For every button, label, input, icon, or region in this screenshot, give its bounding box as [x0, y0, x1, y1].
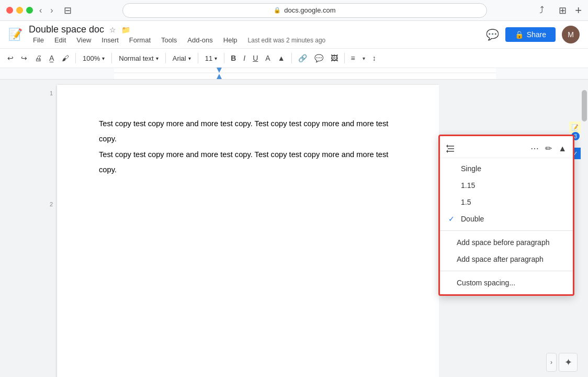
url-text: docs.google.com [284, 6, 335, 14]
back-button[interactable]: ‹ [37, 5, 44, 16]
menu-insert[interactable]: Insert [97, 35, 123, 45]
lock-icon: 🔒 [274, 7, 281, 14]
spacing-single[interactable]: Single [440, 160, 573, 177]
font-caret: ▾ [188, 56, 191, 61]
spacing-header-right: ⋯ ✏ ▲ [528, 141, 569, 156]
paragraph-1: Test copy test copy more and more test c… [99, 116, 397, 147]
menu-edit[interactable]: Edit [50, 35, 70, 45]
doc-toolbar: ↩ ↪ 🖨 A̲ 🖌 100% ▾ Normal text ▾ Arial ▾ … [0, 49, 588, 68]
menu-file[interactable]: File [29, 35, 48, 45]
spacing-edit-button[interactable]: ✏ [543, 141, 554, 156]
ruler [0, 68, 588, 80]
underline-button[interactable]: U [250, 51, 261, 65]
maximize-button[interactable] [26, 7, 33, 14]
1-15-label: 1.15 [461, 181, 475, 190]
print-button[interactable]: 🖨 [31, 51, 45, 65]
add-space-after[interactable]: Add space after paragraph [440, 251, 573, 268]
spell-check-button[interactable]: A̲ [46, 51, 58, 65]
scrollbar-thumb[interactable] [582, 90, 587, 121]
italic-button[interactable]: I [240, 51, 248, 65]
new-tab-button[interactable]: ⊞ [554, 2, 571, 19]
close-button[interactable] [6, 7, 13, 14]
spacing-more-button[interactable]: ⋯ [528, 141, 541, 156]
window-expand-button[interactable]: ⊟ [60, 2, 76, 19]
collapse-panel-button[interactable]: › [546, 353, 557, 372]
note-indicator: 📝 [569, 121, 581, 133]
separator-4 [198, 53, 198, 63]
page-number-2: 2 [50, 201, 53, 207]
image-button[interactable]: 🖼 [327, 51, 341, 65]
copy-format-button[interactable]: 🖌 [59, 51, 72, 65]
bold-button[interactable]: B [228, 51, 239, 65]
single-label: Single [461, 164, 481, 173]
doc-title[interactable]: Double space doc [29, 24, 104, 35]
menu-tools[interactable]: Tools [157, 35, 181, 45]
avatar[interactable]: M [562, 26, 580, 43]
minimize-button[interactable] [16, 7, 23, 14]
menu-help[interactable]: Help [219, 35, 242, 45]
spacing-divider-2 [440, 271, 573, 271]
explore-button[interactable]: ✦ [559, 353, 578, 372]
spacing-double[interactable]: ✓ Double [440, 210, 573, 227]
align-button[interactable]: ≡ [348, 51, 358, 65]
share-page-button[interactable]: ⤴ [533, 2, 550, 19]
style-caret: ▾ [156, 56, 159, 61]
menu-format[interactable]: Format [125, 35, 155, 45]
style-dropdown[interactable]: Normal text ▾ [115, 51, 162, 65]
doc-text: Test copy test copy more and more test c… [99, 116, 397, 178]
redo-button[interactable]: ↪ [18, 51, 30, 65]
line-spacing-button[interactable]: ↕ [369, 51, 379, 65]
zoom-caret: ▾ [102, 56, 105, 61]
header-right: 💬 🔒 Share M [486, 26, 580, 43]
page-number-1: 1 [50, 90, 53, 96]
svg-marker-6 [446, 145, 448, 148]
zoom-dropdown[interactable]: 100% ▾ [79, 51, 108, 65]
menu-bar: File Edit View Insert Format Tools Add-o… [29, 35, 480, 45]
size-dropdown[interactable]: 11 ▾ [201, 51, 221, 65]
text-color-button[interactable]: A [262, 51, 273, 65]
spacing-1-5[interactable]: 1.5 [440, 194, 573, 210]
document-area[interactable]: Test copy test copy more and more test c… [57, 85, 439, 377]
double-check: ✓ [448, 215, 457, 223]
align-caret-button[interactable]: ▾ [359, 51, 368, 65]
traffic-lights [6, 7, 33, 14]
left-sidebar: 1 2 [0, 80, 57, 377]
browser-toolbar-right: ⤴ ⊞ + [533, 2, 582, 19]
doc-header: 📝 Double space doc ☆ 📁 File Edit View In… [0, 21, 588, 49]
svg-marker-2 [217, 74, 222, 79]
undo-button[interactable]: ↩ [4, 51, 17, 65]
line-spacing-dropdown: ⋯ ✏ ▲ Single 1.15 1.5 ✓ Double Add space… [438, 135, 574, 296]
share-button[interactable]: 🔒 Share [505, 27, 556, 42]
folder-button[interactable]: 📁 [121, 26, 130, 34]
font-dropdown[interactable]: Arial ▾ [169, 51, 195, 65]
size-caret: ▾ [214, 56, 217, 61]
menu-view[interactable]: View [72, 35, 95, 45]
highlight-button[interactable]: ▲ [275, 51, 288, 65]
line-spacing-icon-button[interactable] [444, 142, 458, 156]
spacing-collapse-button[interactable]: ▲ [556, 142, 569, 156]
comment-button[interactable]: 💬 [311, 51, 326, 65]
ruler-area [114, 68, 496, 79]
svg-marker-7 [446, 150, 448, 153]
docs-icon: 📝 [8, 28, 22, 41]
separator-7 [344, 53, 345, 63]
double-label: Double [461, 215, 484, 223]
svg-marker-1 [217, 68, 222, 73]
custom-spacing[interactable]: Custom spacing... [440, 274, 573, 291]
spacing-1-15[interactable]: 1.15 [440, 177, 573, 194]
separator-5 [224, 53, 224, 63]
link-button[interactable]: 🔗 [295, 51, 310, 65]
page-numbers: 1 2 [50, 90, 53, 207]
spacing-header: ⋯ ✏ ▲ [440, 139, 573, 158]
separator-2 [111, 53, 112, 63]
url-bar[interactable]: 🔒 docs.google.com [122, 3, 487, 18]
chat-button[interactable]: 💬 [486, 28, 499, 41]
spacing-divider [440, 230, 573, 231]
main-area: 1 2 Test copy test copy more and more te… [0, 80, 588, 377]
add-space-before[interactable]: Add space before paragraph [440, 234, 573, 251]
menu-addons[interactable]: Add-ons [183, 35, 217, 45]
1-5-label: 1.5 [461, 198, 471, 206]
add-tab-button[interactable]: + [575, 4, 582, 17]
forward-button[interactable]: › [48, 5, 55, 16]
star-button[interactable]: ☆ [109, 26, 116, 34]
